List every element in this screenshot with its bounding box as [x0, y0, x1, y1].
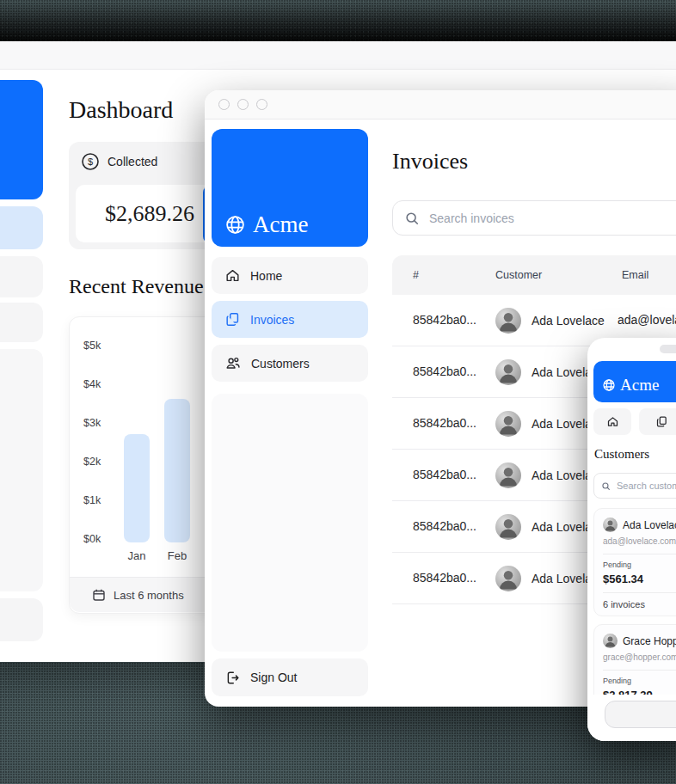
sidebar-item-label: Home — [250, 269, 282, 283]
invoices-page-title: Invoices — [392, 149, 468, 175]
revenue-bar — [124, 434, 150, 542]
mobile-tab-invoices[interactable] — [639, 408, 676, 435]
mobile-notch-pill — [660, 345, 676, 353]
pending-label: Pending — [603, 560, 676, 569]
customer-email: grace@hopper.com — [603, 652, 676, 662]
globe-icon — [224, 214, 246, 236]
sidebar-item-customers[interactable]: Customers — [212, 345, 368, 382]
revenue-bar — [164, 399, 190, 542]
x-axis-label: Feb — [157, 549, 197, 562]
dashboard-titlebar — [0, 41, 676, 70]
y-axis-tick: $5k — [83, 340, 114, 352]
column-email: Email — [622, 269, 648, 281]
customer-avatar — [495, 411, 521, 437]
customer-avatar — [495, 514, 521, 540]
dashboard-sidebar-active-item[interactable] — [0, 206, 43, 249]
table-header: # Customer Email — [392, 255, 676, 295]
customer-avatar — [603, 634, 618, 648]
invoice-id: 85842ba0... — [413, 346, 476, 397]
window-minimize-button[interactable] — [237, 99, 249, 110]
customer-name: Ada Lovelace — [532, 314, 605, 328]
brand-name: Acme — [253, 213, 308, 236]
customer-avatar — [603, 518, 618, 532]
customer-card-header: Ada Lovelace — [603, 518, 676, 532]
customer-avatar — [495, 359, 521, 385]
sign-out-button[interactable]: Sign Out — [212, 658, 368, 696]
x-axis-label: Jan — [117, 549, 157, 562]
y-axis-tick: $3k — [83, 417, 114, 429]
invoice-id: 85842ba0... — [413, 450, 476, 500]
customer-avatar — [495, 566, 521, 591]
dashboard-sidebar-panel — [0, 349, 43, 591]
customer-card-header: Grace Hopper — [603, 634, 676, 648]
revenue-section-title: Recent Revenue — [69, 275, 204, 298]
mobile-bottom-button[interactable] — [605, 701, 676, 728]
invoice-customer: Ada Lovelace — [495, 295, 605, 346]
dollar-circle-icon: $ — [81, 152, 100, 171]
pending-section: Pending$561.34 — [603, 554, 676, 585]
sidebar-empty-panel — [212, 394, 368, 652]
svg-text:$: $ — [88, 156, 93, 167]
marketing-composite: Dashboard $ Collected $2,689.26 Recent R… — [0, 0, 676, 784]
customer-avatar — [495, 462, 521, 488]
search-input[interactable] — [427, 211, 629, 226]
customer-card[interactable]: Ada Lovelaceada@lovelace.comPending$561.… — [593, 508, 676, 616]
invoice-id: 85842ba0... — [413, 398, 476, 449]
sign-out-icon — [224, 670, 241, 686]
home-icon — [606, 415, 619, 428]
y-axis-tick: $0k — [83, 533, 114, 545]
column-id: # — [413, 269, 419, 281]
y-axis-tick: $2k — [83, 456, 114, 468]
invoices-count: 6 invoices — [603, 592, 676, 609]
customer-name: Ada Lovelace — [623, 519, 676, 531]
dashboard-page-title: Dashboard — [69, 96, 173, 124]
invoice-id: 85842ba0... — [413, 295, 476, 346]
y-axis-tick: $4k — [83, 378, 114, 390]
dashboard-sidebar-logo — [0, 80, 43, 199]
sidebar-item-invoices[interactable]: Invoices — [212, 301, 368, 338]
invoice-search[interactable] — [392, 200, 676, 236]
customers-icon — [224, 355, 242, 371]
mobile-device: Acme Customers — [587, 338, 676, 741]
sidebar-item-label: Customers — [251, 357, 310, 371]
y-axis-tick: $1k — [83, 494, 114, 506]
search-icon — [404, 211, 420, 226]
brand-card: Acme — [212, 129, 368, 247]
sign-out-label: Sign Out — [250, 671, 297, 684]
mobile-tab-home[interactable] — [593, 408, 631, 435]
pending-label: Pending — [603, 677, 676, 685]
dashboard-sidebar-item[interactable] — [0, 256, 43, 297]
search-icon — [601, 481, 611, 491]
globe-icon — [602, 378, 616, 392]
dashboard-sidebar-item[interactable] — [0, 598, 43, 641]
mobile-brand-card: Acme — [593, 361, 676, 402]
window-zoom-button[interactable] — [256, 99, 267, 110]
invoices-icon — [655, 415, 668, 428]
customer-avatar — [495, 308, 521, 334]
calendar-icon — [92, 588, 106, 602]
column-customer: Customer — [495, 269, 542, 281]
customer-email: ada@lovelace.com — [603, 536, 676, 546]
invoice-id: 85842ba0... — [413, 553, 476, 603]
window-close-button[interactable] — [218, 99, 230, 110]
pending-amount: $561.34 — [603, 573, 676, 585]
window-titlebar — [205, 90, 676, 119]
dashboard-sidebar-item[interactable] — [0, 303, 43, 342]
mobile-search-input[interactable] — [615, 480, 676, 492]
chart-range-label: Last 6 months — [114, 589, 184, 602]
stat-label: Collected — [108, 155, 157, 168]
background-top-band — [0, 0, 676, 41]
sidebar-item-home[interactable]: Home — [212, 257, 368, 294]
customer-name: Grace Hopper — [623, 635, 676, 647]
collected-stat-card: $ Collected $2,689.26 — [69, 142, 222, 249]
mobile-customer-search[interactable] — [593, 473, 676, 499]
mobile-bottom-bar — [587, 695, 676, 741]
customer-list: Ada Lovelaceada@lovelace.comPending$561.… — [593, 508, 676, 716]
invoice-id: 85842ba0... — [413, 501, 476, 552]
sidebar-item-label: Invoices — [250, 313, 294, 327]
brand-name: Acme — [620, 377, 659, 393]
invoices-icon — [224, 311, 241, 328]
home-icon — [224, 267, 241, 284]
mobile-page-title: Customers — [594, 447, 649, 462]
